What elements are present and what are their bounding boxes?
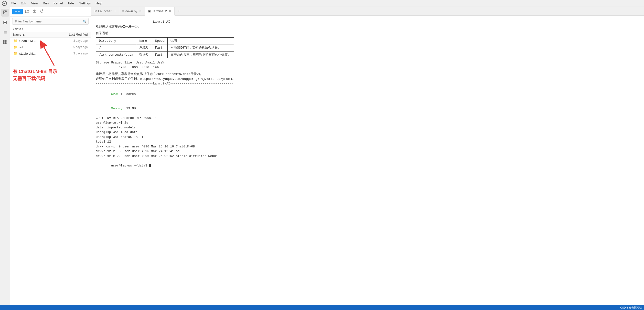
file-list-header: Name ▲ Last Modified xyxy=(10,32,91,37)
table-cell: / xyxy=(96,44,136,51)
table-header-speed: Speed xyxy=(152,37,168,44)
activity-extensions[interactable] xyxy=(1,38,9,46)
advice2: 详细使用文档请查看用户手册。https://www.yuque.com/dagg… xyxy=(96,77,639,81)
cmd3: user@lsp-ws:~/data$ ls -l xyxy=(96,135,639,140)
list-item[interactable]: 📁 ChatGLM-... 3 days ago xyxy=(10,37,91,44)
menu-kernel[interactable]: Kernel xyxy=(52,1,65,5)
refresh-icon xyxy=(40,9,44,13)
memory-value: 39 GB xyxy=(124,107,136,110)
app-logo xyxy=(2,1,7,6)
svg-rect-7 xyxy=(4,22,6,23)
table-cell: 在平台内共享，所有数据将被持久化保存。 xyxy=(168,51,234,58)
folder-icon-btn[interactable] xyxy=(24,8,30,15)
sidebar-toolbar: + + xyxy=(10,7,91,16)
list-item[interactable]: 📁 stable-diff... 3 days ago xyxy=(10,50,91,57)
folder-icon: 📁 xyxy=(13,51,17,55)
menu-run[interactable]: Run xyxy=(41,1,50,5)
advice1: 建议用户将需要共享和持久化的数据保存在/ark-contexts/data目录内… xyxy=(96,72,639,77)
table-cell: /ark-contexts/data xyxy=(96,51,136,58)
name-label: Name xyxy=(13,33,21,36)
dir3: drwxr-xr-x 22 user user 4096 Mar 26 02:5… xyxy=(96,154,639,159)
annotation-area: 📁 ChatGLM-... 3 days ago 📁 sd 5 days ago… xyxy=(10,37,91,305)
menubar: File Edit View Run Kernel Tabs Settings … xyxy=(0,0,644,7)
table-cell: Fast xyxy=(152,44,168,51)
sort-icon: ▲ xyxy=(22,33,25,36)
table-header-name: Name xyxy=(136,37,152,44)
file-modified: 3 days ago xyxy=(61,39,88,42)
tab-downpy[interactable]: ≡ down.py ✕ xyxy=(119,7,145,16)
search-box: 🔍 xyxy=(12,18,89,25)
tab-terminal2[interactable]: ▣ Terminal 2 ✕ xyxy=(145,7,175,16)
folder-icon: 📁 xyxy=(13,39,17,43)
upload-icon xyxy=(32,9,36,13)
list-item[interactable]: 📁 sd 5 days ago xyxy=(10,44,91,50)
terminal-output: ------------------------------Lanrui-AI-… xyxy=(91,16,644,305)
search-input[interactable] xyxy=(12,18,89,25)
stop-icon xyxy=(3,20,7,25)
file-modified: 3 days ago xyxy=(61,52,88,55)
table-cell: 系统盘 xyxy=(136,44,152,51)
ls-output: data imported_models xyxy=(96,125,639,130)
menu-view[interactable]: View xyxy=(29,1,40,5)
tab-add-button[interactable]: + xyxy=(175,8,183,14)
svg-rect-11 xyxy=(4,40,5,42)
search-icon: 🔍 xyxy=(83,19,87,23)
menu-file[interactable]: File xyxy=(9,1,18,5)
activity-files[interactable] xyxy=(1,9,9,16)
downpy-icon: ≡ xyxy=(122,9,124,13)
terminal-cursor xyxy=(149,164,151,167)
dir1: drwxr-xr-x 9 user user 4096 Mar 26 10:16… xyxy=(96,144,639,149)
upload-btn[interactable] xyxy=(32,8,38,15)
file-name: stable-diff... xyxy=(19,52,61,55)
annotation-text: 有 ChatGLM-6B 目录 无需再下载代码 xyxy=(13,68,58,82)
extensions-icon xyxy=(3,40,7,44)
main-content: 🗗 Launcher ✕ ≡ down.py ✕ ▣ Terminal 2 ✕ … xyxy=(91,7,644,305)
annotation-line2: 无需再下载代码 xyxy=(13,75,58,82)
tab-close-launcher[interactable]: ✕ xyxy=(113,9,116,13)
file-modified: 5 days ago xyxy=(61,45,88,49)
annotation-line1: 有 ChatGLM-6B 目录 xyxy=(13,68,58,75)
file-name: ChatGLM-... xyxy=(19,39,61,43)
activity-bar xyxy=(0,7,10,305)
file-list: 📁 ChatGLM-... 3 days ago 📁 sd 5 days ago… xyxy=(10,37,91,57)
tab-launcher[interactable]: 🗗 Launcher ✕ xyxy=(91,7,119,16)
table-cell: 数据盘 xyxy=(136,51,152,58)
tab-bar: 🗗 Launcher ✕ ≡ down.py ✕ ▣ Terminal 2 ✕ … xyxy=(91,7,644,16)
activity-stop[interactable] xyxy=(1,18,9,26)
menu-icon xyxy=(3,30,7,34)
table-row: /ark-contexts/data 数据盘 Fast 在平台内共享，所有数据将… xyxy=(96,51,234,58)
tab-label: down.py xyxy=(125,9,137,13)
plus-icon: + xyxy=(15,10,17,13)
file-name: sd xyxy=(19,45,61,49)
cmd2: user@lsp-ws:~$ cd data xyxy=(96,130,639,135)
app-body: + + � xyxy=(0,7,644,305)
gpu-line: GPU: NVIDIA GeForce RTX 3090, 1 xyxy=(96,116,639,121)
cpu-value: 10 cores xyxy=(119,92,136,96)
memory-line: Memory: 39 GB xyxy=(96,101,639,116)
menu-edit[interactable]: Edit xyxy=(19,1,28,5)
svg-rect-14 xyxy=(5,42,7,44)
new-button[interactable]: + + xyxy=(12,9,23,14)
menu-help[interactable]: Help xyxy=(94,1,104,5)
bottom-bar: CSDN @卷福闯荡 xyxy=(0,305,644,310)
breadcrumb-path: / data / xyxy=(13,27,23,31)
tab-close-downpy[interactable]: ✕ xyxy=(139,9,142,13)
files-icon xyxy=(3,10,7,15)
memory-label: Memory: xyxy=(111,107,124,110)
bottom-label: CSDN @卷福闯荡 xyxy=(620,306,642,310)
activity-menu[interactable] xyxy=(1,28,9,36)
table-header-directory: Directory xyxy=(96,37,136,44)
menu-tabs[interactable]: Tabs xyxy=(66,1,76,5)
refresh-btn[interactable] xyxy=(39,8,45,15)
menu-settings[interactable]: Settings xyxy=(77,1,92,5)
total-line: total 12 xyxy=(96,139,639,144)
tab-close-terminal2[interactable]: ✕ xyxy=(168,9,172,13)
separator2: ------------------------------Lanrui-AI-… xyxy=(96,81,639,86)
storage-label: Storage Usage: Size Used Avail Use% xyxy=(96,60,639,65)
separator1: ------------------------------Lanrui-AI-… xyxy=(96,19,639,24)
table-header-desc: 说明 xyxy=(168,37,234,44)
table-cell: 本地SSD存储，实例关机后会消失。 xyxy=(168,44,234,51)
cpu-line: CPU: 10 cores xyxy=(96,87,639,102)
col-name-header[interactable]: Name ▲ xyxy=(13,33,61,36)
tab-label: Launcher xyxy=(98,9,112,13)
